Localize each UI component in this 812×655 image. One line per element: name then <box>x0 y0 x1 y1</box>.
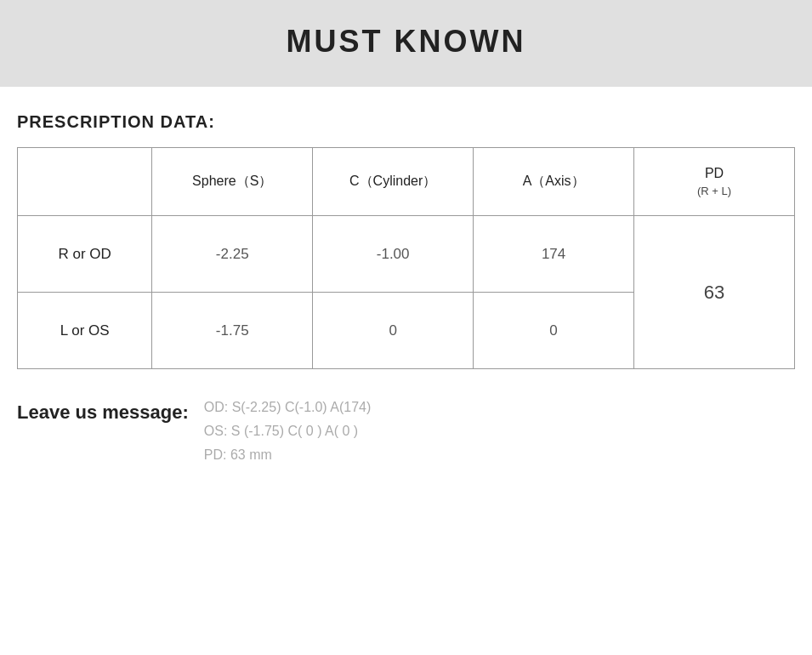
pd-sub-label: (R + L) <box>643 185 786 197</box>
cell-axis-od: 174 <box>474 216 634 293</box>
page-title-bar: MUST KNOWN <box>0 0 812 87</box>
content-area: PRESCRIPTION DATA: Sphere（S） C（Cylinder）… <box>0 87 812 480</box>
col-header-cylinder: C（Cylinder） <box>313 148 474 216</box>
cell-axis-os: 0 <box>474 293 634 369</box>
cell-sphere-od: -2.25 <box>152 216 313 293</box>
message-lines: OD: S(-2.25) C(-1.0) A(174) OS: S (-1.75… <box>204 400 372 463</box>
col-header-sphere: Sphere（S） <box>152 148 313 216</box>
col-header-label <box>18 148 152 216</box>
section-label: PRESCRIPTION DATA: <box>17 112 795 132</box>
row-label-os: L or OS <box>18 293 152 369</box>
cell-cylinder-od: -1.00 <box>313 216 474 293</box>
row-label-od: R or OD <box>18 216 152 293</box>
leave-message-section: Leave us message: OD: S(-2.25) C(-1.0) A… <box>17 400 795 463</box>
leave-message-label: Leave us message: <box>17 400 189 424</box>
col-header-pd: PD (R + L) <box>634 148 795 216</box>
message-line-os: OS: S (-1.75) C( 0 ) A( 0 ) <box>204 424 372 439</box>
page-title: MUST KNOWN <box>0 24 812 60</box>
table-row-od: R or OD -2.25 -1.00 174 63 <box>18 216 795 293</box>
message-line-pd: PD: 63 mm <box>204 447 372 463</box>
message-line-od: OD: S(-2.25) C(-1.0) A(174) <box>204 400 372 415</box>
cell-cylinder-os: 0 <box>313 293 474 369</box>
cell-sphere-os: -1.75 <box>152 293 313 369</box>
prescription-table: Sphere（S） C（Cylinder） A（Axis） PD (R + L)… <box>17 147 795 369</box>
col-header-axis: A（Axis） <box>474 148 634 216</box>
cell-pd: 63 <box>634 216 795 369</box>
